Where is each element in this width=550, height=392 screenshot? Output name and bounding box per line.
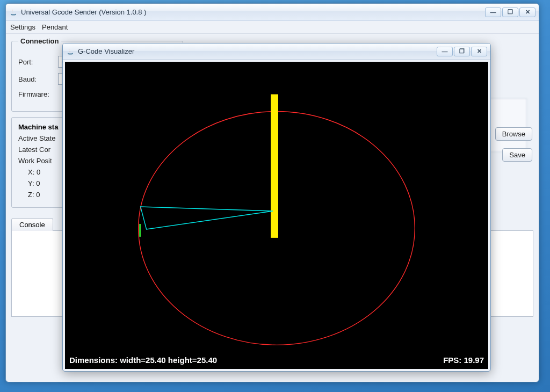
port-label: Port: [18,58,54,66]
menu-settings[interactable]: Settings [10,23,35,31]
dialog-title: G-Code Visualizer [78,47,437,55]
main-titlebar[interactable]: Universal Gcode Sender (Version 1.0.8 ) … [6,4,539,21]
dialog-titlebar[interactable]: G-Code Visualizer — ❐ ✕ [63,43,490,60]
tab-console[interactable]: Console [11,218,53,231]
minimize-button[interactable]: — [485,8,501,17]
tool-indicator [271,95,278,238]
browse-button[interactable]: Browse [495,127,532,141]
connection-header: Connection [18,37,61,45]
menu-pendant[interactable]: Pendant [42,23,68,31]
main-window-title: Universal Gcode Sender (Version 1.0.8 ) [21,8,485,16]
dialog-maximize-button[interactable]: ❐ [454,47,470,56]
visualizer-canvas[interactable]: Dimensions: width=25.40 height=25.40 FPS… [65,62,488,369]
dimensions-readout: Dimensions: width=25.40 height=25.40 [69,355,217,365]
close-button[interactable]: ✕ [519,8,535,17]
java-icon [9,8,18,17]
dialog-close-button[interactable]: ✕ [471,47,487,56]
toolpath-svg [65,62,488,369]
menubar: Settings Pendant [6,21,539,34]
fps-readout: FPS: 19.97 [443,355,484,365]
baud-label: Baud: [18,75,54,83]
dialog-minimize-button[interactable]: — [437,47,453,56]
gcode-visualizer-dialog[interactable]: G-Code Visualizer — ❐ ✕ Dimensions: widt… [62,43,491,372]
save-button[interactable]: Save [502,148,532,162]
java-icon [66,47,75,56]
rapid-move-triangle [141,207,273,229]
firmware-label: Firmware: [18,90,49,98]
maximize-button[interactable]: ❐ [502,8,518,17]
